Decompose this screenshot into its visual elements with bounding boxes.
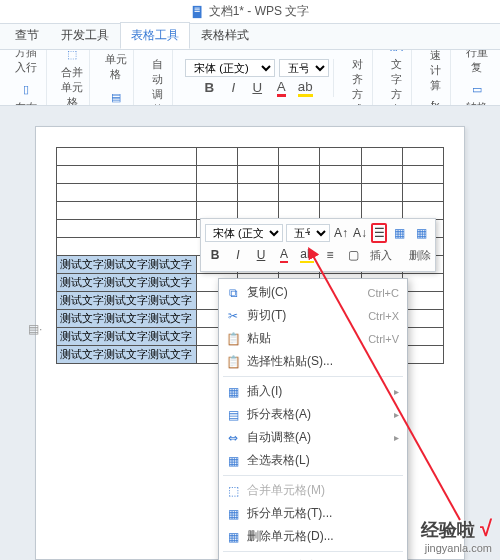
tab-developer[interactable]: 开发工具 bbox=[50, 22, 120, 49]
table-cell[interactable] bbox=[320, 202, 361, 220]
table-cell[interactable] bbox=[402, 310, 443, 328]
italic-button[interactable]: I bbox=[223, 79, 243, 97]
watermark: 经验啦 √ jingyanla.com bbox=[421, 516, 492, 554]
underline-button[interactable]: U bbox=[247, 79, 267, 97]
formula-button[interactable]: fx 公式 bbox=[424, 97, 446, 106]
title-repeat-button[interactable]: ▦标题行重复 bbox=[463, 50, 490, 77]
menu-item-align[interactable]: ≡单元格对齐方式(G)▸ bbox=[219, 555, 407, 560]
mini-italic-button[interactable]: I bbox=[228, 245, 248, 265]
split-cells-label: 拆分单元格 bbox=[104, 50, 127, 82]
table-cell[interactable]: 测试文字测试文字测试文字 bbox=[57, 346, 197, 364]
table-cell[interactable] bbox=[279, 148, 320, 166]
table-cell[interactable] bbox=[238, 166, 279, 184]
bold-button[interactable]: B bbox=[199, 79, 219, 97]
menu-item-label: 剪切(T) bbox=[247, 307, 362, 324]
table-cell[interactable] bbox=[57, 202, 197, 220]
split-table-button[interactable]: ▤拆分表格 bbox=[102, 86, 129, 106]
menu-item-split-table[interactable]: ▤拆分表格(A)▸ bbox=[219, 403, 407, 426]
table-cell[interactable] bbox=[57, 184, 197, 202]
tab-table-style[interactable]: 表格样式 bbox=[190, 22, 260, 49]
table-cell[interactable] bbox=[402, 184, 443, 202]
menu-item-insert[interactable]: ▦插入(I)▸ bbox=[219, 380, 407, 403]
autofit-button[interactable]: ⇔自动调整 bbox=[146, 50, 168, 106]
ribbon-tabs: 查节 开发工具 表格工具 表格样式 bbox=[0, 24, 500, 50]
insert-row-above-button[interactable]: ▭在上方插入行 bbox=[10, 50, 42, 77]
table-cell[interactable]: 测试文字测试文字测试文字 bbox=[57, 328, 197, 346]
highlight-button[interactable]: ab bbox=[295, 79, 315, 97]
table-cell[interactable] bbox=[361, 184, 402, 202]
table-cell[interactable] bbox=[402, 346, 443, 364]
table-cell[interactable] bbox=[197, 202, 238, 220]
submenu-arrow-icon: ▸ bbox=[394, 432, 399, 443]
table-cell[interactable] bbox=[402, 166, 443, 184]
table-cell[interactable] bbox=[197, 184, 238, 202]
table-cell[interactable] bbox=[320, 148, 361, 166]
formula-label: fx 公式 bbox=[426, 99, 444, 106]
table-cell[interactable]: 测试文字测试文字测试文字 bbox=[57, 256, 197, 274]
table-cell[interactable] bbox=[238, 202, 279, 220]
quick-calc-button[interactable]: Σ快速计算 bbox=[424, 50, 446, 95]
table-cell[interactable] bbox=[197, 148, 238, 166]
watermark-check-icon: √ bbox=[480, 516, 492, 541]
table-cell[interactable] bbox=[57, 148, 197, 166]
font-name-select[interactable]: 宋体 (正文) bbox=[185, 59, 275, 77]
menu-item-split-cell[interactable]: ▦拆分单元格(T)... bbox=[219, 502, 407, 525]
menu-item-paste-special[interactable]: 📋选择性粘贴(S)... bbox=[219, 350, 407, 373]
text-direction-button[interactable]: IIA文字方向 bbox=[385, 50, 407, 106]
merge-cells-button[interactable]: ⬚合并单元格 bbox=[59, 50, 86, 106]
table-cell[interactable] bbox=[361, 166, 402, 184]
table-cell[interactable] bbox=[238, 184, 279, 202]
align-button[interactable]: ≡对齐方式 bbox=[346, 50, 368, 106]
table-cell[interactable] bbox=[279, 184, 320, 202]
tab-table-tools[interactable]: 表格工具 bbox=[120, 22, 190, 49]
table-row bbox=[57, 166, 444, 184]
mini-font-color-button[interactable]: A bbox=[274, 245, 294, 265]
table-cell[interactable] bbox=[402, 292, 443, 310]
mini-font-name[interactable]: 宋体 (正文) bbox=[205, 224, 283, 242]
table-cell[interactable] bbox=[197, 166, 238, 184]
menu-item-copy[interactable]: ⧉复制(C)Ctrl+C bbox=[219, 281, 407, 304]
menu-item-cut[interactable]: ✂剪切(T)Ctrl+X bbox=[219, 304, 407, 327]
table-cell[interactable] bbox=[361, 202, 402, 220]
mini-grow-font-button[interactable]: A↑ bbox=[333, 223, 349, 243]
menu-item-delete-cell[interactable]: ▦删除单元格(D)... bbox=[219, 525, 407, 548]
mini-indent-button[interactable]: ☰ bbox=[371, 223, 387, 243]
mini-border-button[interactable]: ▢ bbox=[343, 245, 363, 265]
table-cell[interactable] bbox=[57, 220, 197, 238]
tab-section[interactable]: 查节 bbox=[4, 22, 50, 49]
menu-item-autofit[interactable]: ⇔自动调整(A)▸ bbox=[219, 426, 407, 449]
convert-text-button[interactable]: ▭转换成文本 bbox=[463, 79, 490, 107]
mini-font-size[interactable]: 五号 bbox=[286, 224, 330, 242]
menu-item-label: 选择性粘贴(S)... bbox=[247, 353, 399, 370]
table-cell[interactable] bbox=[402, 328, 443, 346]
mini-insert-button[interactable]: ▦ bbox=[390, 223, 409, 243]
table-cell[interactable] bbox=[402, 202, 443, 220]
table-cell[interactable]: 测试文字测试文字测试文字 bbox=[57, 292, 197, 310]
table-cell[interactable] bbox=[402, 274, 443, 292]
font-color-button[interactable]: A bbox=[271, 79, 291, 97]
mini-shrink-font-button[interactable]: A↓ bbox=[352, 223, 368, 243]
table-cell[interactable] bbox=[361, 148, 402, 166]
align-label: 对齐方式 bbox=[348, 57, 366, 106]
mini-highlight-button[interactable]: ab bbox=[297, 245, 317, 265]
mini-align-button[interactable]: ≡ bbox=[320, 245, 340, 265]
table-cell[interactable] bbox=[279, 202, 320, 220]
margin-options-icon[interactable]: ▤· bbox=[28, 322, 42, 336]
menu-item-select-all[interactable]: ▦全选表格(L) bbox=[219, 449, 407, 472]
table-cell[interactable]: 测试文字测试文字测试文字 bbox=[57, 274, 197, 292]
menu-item-label: 拆分单元格(T)... bbox=[247, 505, 399, 522]
table-cell[interactable] bbox=[279, 166, 320, 184]
table-cell[interactable]: 测试文字测试文字测试文字 bbox=[57, 310, 197, 328]
mini-bold-button[interactable]: B bbox=[205, 245, 225, 265]
table-cell[interactable] bbox=[320, 166, 361, 184]
mini-delete-button[interactable]: ▦ bbox=[412, 223, 431, 243]
split-cells-button[interactable]: ▦拆分单元格 bbox=[102, 50, 129, 84]
mini-underline-button[interactable]: U bbox=[251, 245, 271, 265]
insert-col-right-button[interactable]: ▯在右侧插入列 bbox=[10, 79, 42, 107]
table-cell[interactable] bbox=[320, 184, 361, 202]
table-cell[interactable] bbox=[57, 166, 197, 184]
table-cell[interactable] bbox=[238, 148, 279, 166]
menu-item-paste[interactable]: 📋粘贴Ctrl+V bbox=[219, 327, 407, 350]
table-cell[interactable] bbox=[402, 148, 443, 166]
font-size-select[interactable]: 五号 bbox=[279, 59, 329, 77]
